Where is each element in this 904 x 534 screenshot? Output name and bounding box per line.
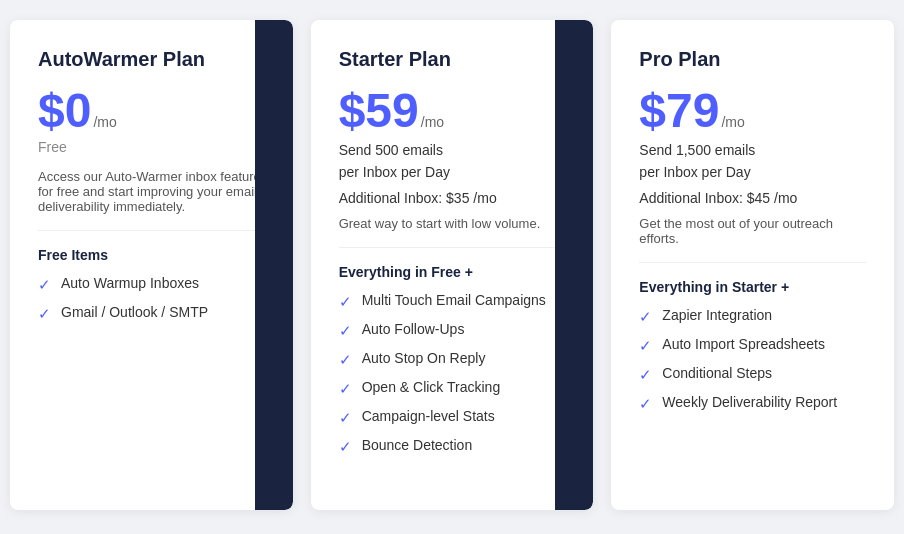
plan-title-autowarmer: AutoWarmer Plan: [38, 48, 265, 71]
check-icon-starter-1: ✓: [339, 322, 352, 340]
check-icon-autowarmer-0: ✓: [38, 276, 51, 294]
feature-item-starter-0: ✓ Multi Touch Email Campaigns: [339, 292, 566, 311]
price-period-autowarmer: /mo: [93, 114, 116, 130]
features-label-autowarmer: Free Items: [38, 247, 265, 263]
plan-price-autowarmer: $0 /mo: [38, 87, 265, 135]
feature-text-pro-2: Conditional Steps: [662, 365, 772, 381]
plan-send-info-starter: Send 500 emailsper Inbox per Day: [339, 139, 566, 184]
price-amount-pro: $79: [639, 87, 719, 135]
feature-item-autowarmer-0: ✓ Auto Warmup Inboxes: [38, 275, 265, 294]
price-amount-starter: $59: [339, 87, 419, 135]
plan-title-starter: Starter Plan: [339, 48, 566, 71]
plan-additional-starter: Additional Inbox: $35 /mo: [339, 190, 566, 206]
plan-send-info-pro: Send 1,500 emailsper Inbox per Day: [639, 139, 866, 184]
plans-container: AutoWarmer Plan $0 /mo FreeAccess our Au…: [10, 20, 894, 510]
features-label-starter: Everything in Free +: [339, 264, 566, 280]
feature-item-starter-4: ✓ Campaign-level Stats: [339, 408, 566, 427]
check-icon-starter-5: ✓: [339, 438, 352, 456]
check-icon-pro-3: ✓: [639, 395, 652, 413]
check-icon-starter-3: ✓: [339, 380, 352, 398]
feature-text-starter-4: Campaign-level Stats: [362, 408, 495, 424]
feature-item-pro-2: ✓ Conditional Steps: [639, 365, 866, 384]
plan-tagline-autowarmer: Access our Auto-Warmer inbox feature for…: [38, 169, 265, 231]
plan-tagline-pro: Get the most out of your outreach effort…: [639, 216, 866, 263]
plan-card-starter: Starter Plan $59 /mo Send 500 emailsper …: [311, 20, 594, 510]
feature-item-starter-1: ✓ Auto Follow-Ups: [339, 321, 566, 340]
check-icon-pro-2: ✓: [639, 366, 652, 384]
price-period-pro: /mo: [721, 114, 744, 130]
plan-card-pro: Pro Plan $79 /mo Send 1,500 emailsper In…: [611, 20, 894, 510]
plan-price-starter: $59 /mo: [339, 87, 566, 135]
feature-text-pro-3: Weekly Deliverability Report: [662, 394, 837, 410]
plan-price-pro: $79 /mo: [639, 87, 866, 135]
feature-text-autowarmer-1: Gmail / Outlook / SMTP: [61, 304, 208, 320]
feature-item-pro-0: ✓ Zapier Integration: [639, 307, 866, 326]
feature-text-starter-2: Auto Stop On Reply: [362, 350, 486, 366]
feature-item-autowarmer-1: ✓ Gmail / Outlook / SMTP: [38, 304, 265, 323]
plan-additional-pro: Additional Inbox: $45 /mo: [639, 190, 866, 206]
check-icon-autowarmer-1: ✓: [38, 305, 51, 323]
feature-item-pro-3: ✓ Weekly Deliverability Report: [639, 394, 866, 413]
plan-title-pro: Pro Plan: [639, 48, 866, 71]
price-amount-autowarmer: $0: [38, 87, 91, 135]
check-icon-pro-1: ✓: [639, 337, 652, 355]
feature-item-pro-1: ✓ Auto Import Spreadsheets: [639, 336, 866, 355]
feature-text-starter-1: Auto Follow-Ups: [362, 321, 465, 337]
plan-card-autowarmer: AutoWarmer Plan $0 /mo FreeAccess our Au…: [10, 20, 293, 510]
check-icon-starter-2: ✓: [339, 351, 352, 369]
feature-text-autowarmer-0: Auto Warmup Inboxes: [61, 275, 199, 291]
feature-item-starter-2: ✓ Auto Stop On Reply: [339, 350, 566, 369]
plan-tagline-starter: Great way to start with low volume.: [339, 216, 566, 248]
check-icon-starter-4: ✓: [339, 409, 352, 427]
feature-text-pro-0: Zapier Integration: [662, 307, 772, 323]
feature-text-starter-5: Bounce Detection: [362, 437, 473, 453]
feature-text-pro-1: Auto Import Spreadsheets: [662, 336, 825, 352]
feature-text-starter-0: Multi Touch Email Campaigns: [362, 292, 546, 308]
feature-item-starter-3: ✓ Open & Click Tracking: [339, 379, 566, 398]
check-icon-starter-0: ✓: [339, 293, 352, 311]
features-label-pro: Everything in Starter +: [639, 279, 866, 295]
check-icon-pro-0: ✓: [639, 308, 652, 326]
feature-item-starter-5: ✓ Bounce Detection: [339, 437, 566, 456]
price-period-starter: /mo: [421, 114, 444, 130]
plan-subtitle-autowarmer: Free: [38, 139, 265, 155]
feature-text-starter-3: Open & Click Tracking: [362, 379, 501, 395]
